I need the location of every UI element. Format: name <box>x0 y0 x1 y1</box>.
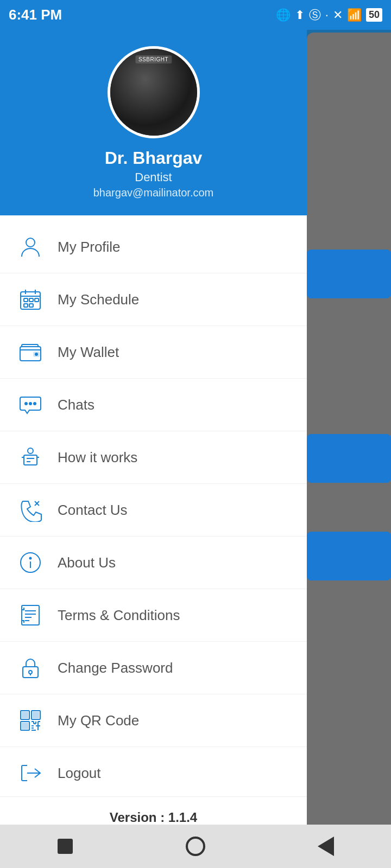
menu-label-about-us: About Us <box>58 554 116 571</box>
skype-icon: Ⓢ <box>309 7 321 23</box>
dot-icon: · <box>325 8 329 22</box>
circle-icon <box>186 837 205 856</box>
nav-home-button[interactable] <box>179 830 212 863</box>
menu-item-contact-us[interactable]: Contact Us <box>0 484 307 537</box>
right-accent-1 <box>307 250 391 298</box>
menu-label-terms-conditions: Terms & Conditions <box>58 607 180 624</box>
wallet-icon <box>16 338 45 366</box>
battery-icon: 50 <box>366 8 382 22</box>
wifi-icon: 📶 <box>347 8 362 22</box>
menu-label-contact-us: Contact Us <box>58 502 128 519</box>
menu-list: My Profile My Schedule <box>0 215 307 796</box>
menu-item-logout[interactable]: Logout <box>0 747 307 796</box>
svg-rect-20 <box>24 455 37 465</box>
svg-point-29 <box>30 558 31 559</box>
triangle-icon <box>318 837 334 856</box>
svg-rect-10 <box>35 298 39 302</box>
menu-item-terms-conditions[interactable]: Terms & Conditions <box>0 589 307 642</box>
menu-item-about-us[interactable]: About Us <box>0 537 307 589</box>
close-icon: ✕ <box>333 8 343 22</box>
profile-email: bhargav@mailinator.com <box>93 187 214 199</box>
svg-point-19 <box>28 448 33 454</box>
svg-rect-39 <box>22 712 28 718</box>
qr-icon <box>16 706 45 735</box>
svg-rect-35 <box>23 667 38 678</box>
menu-item-chats[interactable]: Chats <box>0 379 307 431</box>
drawer-panel: SSBRIGHT Dr. Bhargav Dentist bhargav@mai… <box>0 30 307 838</box>
calendar-icon <box>16 285 45 314</box>
square-icon <box>58 839 73 854</box>
svg-point-3 <box>26 238 35 247</box>
svg-rect-12 <box>29 304 33 307</box>
svg-point-15 <box>35 353 37 355</box>
menu-label-chats: Chats <box>58 397 94 413</box>
menu-item-my-schedule[interactable]: My Schedule <box>0 273 307 326</box>
avatar-ring: SSBRIGHT <box>108 46 200 138</box>
profile-header: SSBRIGHT Dr. Bhargav Dentist bhargav@mai… <box>0 30 307 215</box>
nav-back-button[interactable] <box>49 830 81 863</box>
svg-rect-43 <box>22 723 28 729</box>
bottom-nav <box>0 825 391 868</box>
menu-item-how-it-works[interactable]: How it works <box>0 431 307 484</box>
phone-icon <box>16 496 45 524</box>
svg-point-18 <box>34 403 36 405</box>
menu-label-change-password: Change Password <box>58 660 173 676</box>
terms-icon <box>16 601 45 629</box>
menu-label-how-it-works: How it works <box>58 449 137 466</box>
howto-icon <box>16 443 45 471</box>
status-icons: 🌐 ⬆ Ⓢ · ✕ 📶 50 <box>276 7 382 23</box>
svg-rect-9 <box>29 298 33 302</box>
svg-rect-41 <box>33 712 39 718</box>
menu-label-my-profile: My Profile <box>58 239 121 256</box>
right-accent-2 <box>307 434 391 483</box>
status-time: 6:41 PM <box>9 7 62 23</box>
menu-item-change-password[interactable]: Change Password <box>0 642 307 694</box>
menu-item-my-wallet[interactable]: My Wallet <box>0 326 307 379</box>
upload-icon: ⬆ <box>295 8 305 22</box>
logout-icon <box>16 759 45 787</box>
svg-rect-11 <box>24 304 28 307</box>
svg-rect-8 <box>24 298 28 302</box>
menu-label-logout: Logout <box>58 765 101 782</box>
menu-label-my-schedule: My Schedule <box>58 291 139 308</box>
person-icon <box>16 233 45 261</box>
menu-item-my-qr-code[interactable]: My QR Code <box>0 694 307 747</box>
menu-label-my-wallet: My Wallet <box>58 344 119 361</box>
menu-label-my-qr-code: My QR Code <box>58 712 139 729</box>
profile-name: Dr. Bhargav <box>105 148 203 168</box>
profile-title: Dentist <box>135 170 172 184</box>
avatar-image: SSBRIGHT <box>110 49 197 136</box>
nav-recent-button[interactable] <box>310 830 342 863</box>
info-icon <box>16 548 45 577</box>
avatar-label: SSBRIGHT <box>135 55 172 63</box>
globe-icon: 🌐 <box>276 8 291 22</box>
menu-item-my-profile[interactable]: My Profile <box>0 221 307 273</box>
status-bar: 6:41 PM 🌐 ⬆ Ⓢ · ✕ 📶 50 <box>0 0 391 30</box>
svg-point-36 <box>29 671 32 674</box>
lock-icon <box>16 654 45 682</box>
svg-point-17 <box>29 403 31 405</box>
right-accent-3 <box>307 532 391 580</box>
svg-point-16 <box>25 403 27 405</box>
chat-icon <box>16 391 45 419</box>
